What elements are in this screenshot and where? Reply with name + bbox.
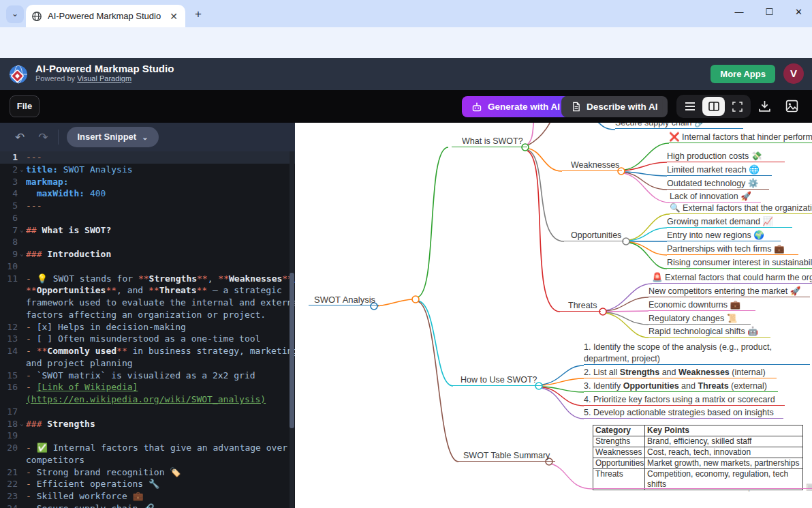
code-line[interactable]: 5---: [0, 200, 295, 212]
code-line[interactable]: 3markmap:: [0, 176, 295, 188]
fold-icon[interactable]: ⌄: [18, 418, 26, 430]
fold-gutter: [18, 393, 26, 406]
code-line[interactable]: 17: [0, 406, 295, 418]
code-line[interactable]: 16- [Link of Wikipedia]: [0, 381, 295, 393]
mindmap-root-node[interactable]: SWOT Analysis: [309, 295, 379, 305]
code-line[interactable]: factors affecting an organization or pro…: [0, 309, 295, 321]
window-close-button[interactable]: ✕: [795, 7, 802, 17]
mindmap-item[interactable]: 2. List all Strengths and Weaknesses (in…: [584, 368, 777, 378]
code-line[interactable]: 9⌄### Introduction: [0, 248, 295, 260]
mindmap-node-weaknesses[interactable]: Weaknesses: [562, 160, 622, 171]
chevron-down-icon: ⌄: [142, 133, 148, 141]
code-line[interactable]: framework used to evaluate the internal …: [0, 297, 295, 309]
export-image-icon[interactable]: [785, 100, 798, 113]
mindmap-node-how-to-use[interactable]: How to Use SWOT?: [450, 375, 542, 386]
code-lines[interactable]: 1---2⌄title: SWOT Analysis3markmap:4 max…: [0, 151, 295, 508]
mindmap-node-what-is-swot[interactable]: What is SWOT?: [452, 136, 527, 147]
app-title: AI-Powered Markmap Studio: [35, 63, 174, 74]
fold-gutter: [18, 381, 26, 393]
code-line[interactable]: 12- [x] Helps in decision-making: [0, 321, 295, 333]
browser-tab[interactable]: AI-Powered Markmap Studio ✕: [26, 5, 185, 27]
mindmap-item[interactable]: Rising consumer interest in sustainabili…: [667, 258, 812, 269]
code-line[interactable]: 11- 💡 SWOT stands for **Strengths**, **W…: [0, 273, 295, 285]
mindmap-item[interactable]: New competitors entering the market 🚀: [649, 286, 810, 297]
user-avatar[interactable]: V: [783, 63, 804, 84]
editor-scrollbar[interactable]: [290, 151, 294, 508]
mindmap-item[interactable]: 🔍 External factors that the organization…: [670, 203, 812, 214]
code-line[interactable]: 8: [0, 236, 295, 248]
code-line[interactable]: (https://en.wikipedia.org/wiki/SWOT_anal…: [0, 393, 295, 406]
mindmap-item[interactable]: 4. Prioritize key factors using a matrix…: [584, 395, 785, 406]
generate-with-ai-button[interactable]: Generate with AI: [462, 96, 569, 117]
code-line[interactable]: 19: [0, 430, 295, 442]
fullscreen-view-button[interactable]: [726, 97, 749, 116]
menubar-divider: [662, 99, 663, 115]
tab-search-button[interactable]: ⌄: [6, 5, 24, 23]
app-logo: [8, 64, 29, 85]
code-line[interactable]: 1---: [0, 151, 295, 164]
code-line[interactable]: **Opportunities**, and **Threats** — a s…: [0, 284, 295, 297]
tab-close-icon[interactable]: ✕: [168, 11, 180, 22]
mindmap-item[interactable]: ❌ Internal factors that hinder performan…: [669, 132, 812, 143]
mindmap-item[interactable]: 1. Identify the scope of the analysis (e…: [584, 342, 810, 365]
code-line[interactable]: and project planning: [0, 357, 295, 370]
file-menu-button[interactable]: File: [10, 95, 40, 117]
mindmap-item[interactable]: 5. Develop actionable strategies based o…: [584, 408, 783, 419]
code-line[interactable]: 4 maxWidth: 400: [0, 188, 295, 200]
mindmap-item[interactable]: Growing market demand 📈: [667, 217, 792, 228]
mindmap-node-threats[interactable]: Threats: [560, 301, 601, 312]
visual-paradigm-link[interactable]: Visual Paradigm: [77, 74, 131, 83]
code-line[interactable]: 22- Efficient operations 🔧: [0, 478, 295, 490]
mindmap-item[interactable]: Entry into new regions 🌍: [667, 230, 781, 241]
code-line[interactable]: 18⌄### Strengths: [0, 418, 295, 430]
fold-icon[interactable]: ⌄: [18, 224, 26, 237]
mindmap-item-secure-supply-chain[interactable]: Secure supply chain 🔗: [615, 123, 743, 129]
mindmap-node-table-summary[interactable]: SWOT Table Summary: [456, 451, 555, 462]
editor-toolbar: ↶ ↷ Insert Snippet⌄: [0, 123, 295, 151]
mindmap-item[interactable]: Economic downturns 💼: [649, 300, 755, 311]
line-number: 17: [0, 406, 18, 418]
code-line[interactable]: 6: [0, 212, 295, 224]
window-maximize-button[interactable]: ☐: [765, 7, 773, 17]
node-circle-hub[interactable]: [412, 296, 419, 303]
code-line[interactable]: 15- `SWOT matrix` is visualized as a 2x2…: [0, 370, 295, 382]
code-line[interactable]: 2⌄title: SWOT Analysis: [0, 164, 295, 176]
redo-button[interactable]: ↷: [38, 130, 48, 145]
code-line[interactable]: 7⌄## What is SWOT?: [0, 224, 295, 237]
mindmap-item[interactable]: Lack of innovation 🚀: [670, 192, 761, 203]
code-line[interactable]: 21- Strong brand recognition 🏷️: [0, 466, 295, 479]
mindmap-item[interactable]: High production costs 💸: [667, 151, 785, 162]
fold-icon[interactable]: ⌄: [18, 164, 26, 176]
mindmap-item[interactable]: 3. Identify Opportunities and Threats (e…: [584, 381, 778, 392]
mindmap-item[interactable]: Rapid technological shifts 🤖: [649, 327, 770, 338]
insert-snippet-button[interactable]: Insert Snippet⌄: [67, 127, 159, 147]
describe-with-ai-button[interactable]: Describe with AI: [561, 96, 668, 117]
code-line[interactable]: 14- **Commonly used** in business strate…: [0, 345, 295, 357]
code-line[interactable]: 10: [0, 260, 295, 273]
mindmap-node-opportunities[interactable]: Opportunities: [564, 230, 624, 241]
editor-scrollbar-thumb[interactable]: [290, 273, 294, 428]
outline-view-button[interactable]: [678, 97, 701, 116]
download-icon[interactable]: [758, 100, 771, 113]
code-line[interactable]: 13- [ ] Often misunderstood as a one-tim…: [0, 333, 295, 345]
document-icon: [571, 102, 581, 112]
new-tab-button[interactable]: +: [195, 8, 202, 21]
undo-button[interactable]: ↶: [15, 130, 25, 145]
mindmap-item[interactable]: Limited market reach 🌐: [667, 165, 772, 176]
split-view-button[interactable]: [702, 97, 725, 116]
code-line[interactable]: 24- Secure supply chain 🔗: [0, 503, 295, 508]
code-line[interactable]: competitors: [0, 454, 295, 466]
fold-icon[interactable]: ⌄: [18, 248, 26, 260]
code-line[interactable]: 20- ✅ Internal factors that give an adva…: [0, 442, 295, 454]
line-number: 5: [0, 200, 18, 212]
mindmap-item[interactable]: Partnerships with tech firms 💼: [667, 244, 798, 255]
mindmap-canvas[interactable]: SWOT Analysis What is SWOT? Weaknesses O…: [295, 123, 812, 508]
more-apps-button[interactable]: More Apps: [710, 65, 775, 83]
mindmap-item[interactable]: 🚨 External factors that could harm the o…: [652, 273, 812, 284]
line-number: 13: [0, 333, 18, 345]
window-minimize-button[interactable]: —: [734, 7, 743, 17]
mindmap-item[interactable]: Regulatory changes 📜: [649, 314, 751, 325]
code-line[interactable]: 23- Skilled workforce 💼: [0, 490, 295, 503]
mindmap-item[interactable]: Outdated technology ⚙️: [667, 179, 769, 190]
line-number: 2: [0, 164, 18, 176]
